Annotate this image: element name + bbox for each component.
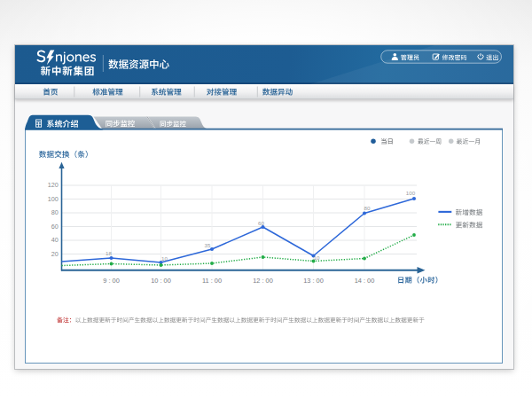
svg-text:9 : 00: 9 : 00 [103, 277, 120, 285]
svg-text:60: 60 [51, 223, 59, 231]
svg-text:100: 100 [406, 190, 416, 196]
svg-text:10 : 00: 10 : 00 [151, 277, 171, 285]
svg-text:11 : 00: 11 : 00 [202, 277, 222, 285]
svg-text:20: 20 [51, 250, 59, 258]
svg-text:60: 60 [258, 220, 264, 226]
svg-text:80: 80 [51, 208, 59, 216]
svg-text:10: 10 [161, 255, 168, 262]
svg-text:40: 40 [51, 236, 59, 244]
svg-text:13 : 00: 13 : 00 [303, 277, 324, 285]
svg-text:80: 80 [364, 205, 371, 211]
svg-text:10: 10 [314, 254, 320, 261]
svg-text:14 : 00: 14 : 00 [355, 277, 375, 285]
svg-text:12 : 00: 12 : 00 [253, 277, 273, 285]
svg-text:35: 35 [205, 242, 211, 248]
svg-text:120: 120 [48, 181, 59, 189]
svg-text:18: 18 [106, 250, 112, 256]
svg-text:100: 100 [48, 195, 59, 203]
